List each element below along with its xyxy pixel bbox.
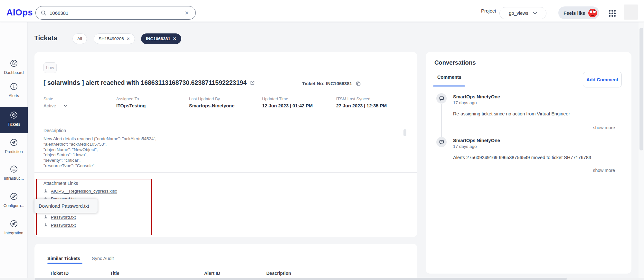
apps-grid-icon[interactable]: [609, 10, 616, 17]
state-dropdown[interactable]: Active: [43, 103, 67, 108]
download-icon: [43, 189, 48, 194]
copy-icon[interactable]: [356, 81, 361, 86]
meta-state: State Active: [43, 96, 67, 108]
project-select-value: gp_views: [509, 11, 528, 16]
meta-label: ITSM Last Synced: [336, 96, 387, 101]
filter-chip-label: SH15490206: [99, 36, 124, 41]
meta-last-updated-by: Last Updated By Smartops.Ninetyone: [189, 96, 234, 108]
comment-text: Re-assigning ticket since no action from…: [453, 111, 608, 116]
active-tab-underline: [47, 263, 82, 264]
description-label: Description: [43, 128, 66, 133]
sidebar-item-label: Dashboard: [0, 70, 28, 75]
ticket-title-row: [ solarwinds ] alert reached with 168631…: [43, 79, 255, 86]
user-avatar[interactable]: [624, 5, 638, 20]
meta-updated-time: Updated Time 12 Jun 2023 | 01:42 PM: [262, 96, 313, 108]
sidebar-item-label: Configura...: [0, 203, 28, 208]
show-more-link[interactable]: show more: [593, 168, 615, 173]
divider: [34, 172, 417, 173]
download-tooltip: Download Password.txt: [34, 199, 98, 213]
conversations-title: Conversations: [434, 59, 476, 66]
timeline-connector: [441, 104, 442, 137]
search-box[interactable]: ✕: [35, 6, 196, 20]
comment-bubble-icon: [439, 96, 444, 101]
attachment-links-label: Attachment Links: [43, 181, 78, 186]
sidebar-item-prediction[interactable]: Prediction: [0, 138, 28, 154]
attachment-filename: Password.txt: [51, 223, 76, 228]
sidebar-item-configuration[interactable]: Configura...: [0, 192, 28, 208]
comment-author: SmartOps NinetyOne: [453, 138, 500, 143]
sidebar-item-dashboard[interactable]: Dashboard: [0, 59, 28, 75]
sidebar-item-integration[interactable]: Integration: [0, 220, 28, 235]
meta-value: 12 Jun 2023 | 01:42 PM: [262, 103, 313, 108]
pencil-icon: [10, 196, 18, 202]
attachment-link[interactable]: Password.txt: [43, 223, 76, 228]
chevron-down-icon: [533, 12, 537, 15]
sidebar-item-label: Tickets: [0, 122, 28, 127]
feels-like-label: Feels like: [564, 10, 585, 16]
show-more-link[interactable]: show more: [593, 125, 615, 130]
column-header-title: Title: [110, 271, 119, 276]
ticket-detail-card: Low [ solarwinds ] alert reached with 16…: [34, 52, 417, 237]
sidebar-item-alerts[interactable]: Alerts: [0, 82, 28, 98]
filter-chip-label: INC1066381: [146, 36, 170, 41]
topbar: AIOps ✕ Project gp_views Feels like: [0, 0, 644, 22]
alert-icon: [10, 86, 18, 92]
ticket-icon: [10, 115, 18, 120]
vertical-scrollbar-track: [639, 22, 644, 280]
similar-tickets-card: Similar Tickets Sync Audit Ticket ID Tit…: [34, 244, 417, 278]
attachment-link[interactable]: Password.txt: [43, 215, 76, 220]
sidebar-item-infrastructure[interactable]: Infrastruc...: [0, 165, 28, 181]
app-logo: AIOps: [6, 8, 33, 18]
megaphone-icon: [10, 223, 18, 229]
add-comment-button[interactable]: Add Comment: [583, 72, 622, 87]
external-link-icon[interactable]: [250, 80, 255, 85]
list-icon: [10, 169, 18, 174]
search-icon: [41, 10, 46, 16]
attachment-filename: AIOPS__Regression_cypress.xlsx: [51, 189, 117, 194]
state-value: Active: [43, 103, 56, 108]
meta-label: Assigned To: [116, 96, 146, 101]
tab-similar-tickets[interactable]: Similar Tickets: [47, 256, 80, 261]
meta-label: Updated Time: [262, 96, 313, 101]
sidebar-item-label: Prediction: [0, 149, 28, 154]
sidebar-item-label: Alerts: [0, 94, 28, 98]
description-scrollbar[interactable]: [403, 129, 406, 136]
comment-text: Alerts 275609249169 696538756549 moved t…: [453, 155, 608, 160]
meta-assigned-to: Assigned To ITOpsTesting: [116, 96, 146, 108]
chip-close-icon[interactable]: ✕: [173, 36, 176, 41]
feels-like-button[interactable]: Feels like: [558, 6, 599, 19]
comment-bubble-icon: [439, 140, 444, 145]
filter-chip-all[interactable]: All: [72, 33, 87, 44]
attachment-link[interactable]: AIOPS__Regression_cypress.xlsx: [43, 189, 117, 194]
tab-sync-audit[interactable]: Sync Audit: [92, 256, 114, 261]
tab-comments[interactable]: Comments: [437, 75, 461, 80]
attachment-filename: Password.txt: [51, 215, 76, 220]
active-tab-underline: [433, 86, 465, 86]
conversations-panel: Conversations Comments Add Comment Smart…: [426, 52, 631, 274]
ticket-title: [ solarwinds ] alert reached with 168631…: [43, 79, 247, 86]
page-title: Tickets: [34, 34, 57, 42]
search-clear-icon[interactable]: ✕: [184, 9, 190, 17]
horizontal-scrollbar-track: [0, 278, 644, 280]
comment-avatar: [436, 93, 447, 104]
meta-value: Smartops.Ninetyone: [189, 103, 234, 108]
sidebar-item-label: Infrastruc...: [0, 176, 28, 181]
column-header-description: Description: [266, 271, 291, 276]
aiops-app: AIOps ✕ Project gp_views Feels like Dash…: [0, 0, 644, 280]
project-select[interactable]: gp_views: [499, 7, 546, 19]
column-header-alert-id: Alert ID: [204, 271, 220, 276]
horizontal-scrollbar-thumb[interactable]: [35, 278, 567, 280]
filter-chip-sh15490206[interactable]: SH15490206 ✕: [94, 33, 135, 44]
filter-chip-inc1066381[interactable]: INC1066381 ✕: [141, 33, 181, 44]
ticket-number-value: INC1066381: [326, 81, 352, 86]
sidebar-item-tickets[interactable]: Tickets: [0, 107, 28, 133]
divider: [34, 121, 417, 121]
chip-close-icon[interactable]: ✕: [127, 36, 130, 41]
meta-itsm-last-synced: ITSM Last Synced 27 Jun 2023 | 12:35 PM: [336, 96, 387, 108]
comment-avatar: [436, 137, 447, 147]
vertical-scrollbar-thumb[interactable]: [639, 28, 643, 150]
search-input[interactable]: [50, 10, 184, 16]
meta-value: ITOpsTesting: [116, 103, 146, 108]
project-label: Project: [481, 8, 496, 14]
meta-label: State: [43, 96, 67, 101]
